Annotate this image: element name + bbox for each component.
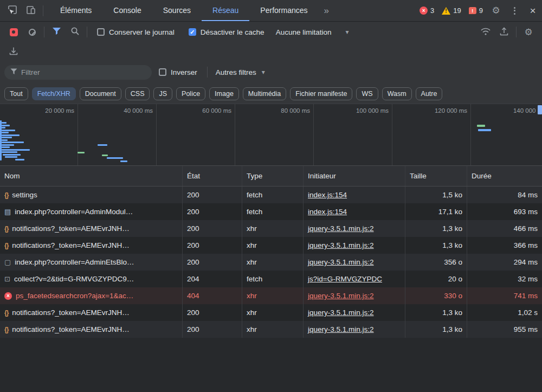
filter-chip-fichier-manifeste[interactable]: Fichier manifeste (290, 87, 352, 100)
preserve-log-checkbox[interactable]: Conserver le journal (97, 28, 175, 36)
filter-chip-js[interactable]: JS (153, 87, 172, 100)
initiator-link[interactable]: jquery-3.5.1.min.js:2 (308, 258, 374, 266)
invert-checkbox[interactable]: Inverser (159, 68, 197, 76)
name-cell: {}notifications?_token=AEMEvrJNH… (0, 304, 183, 321)
filter-chip-document[interactable]: Document (80, 87, 121, 100)
waterfall-bar (78, 152, 85, 153)
name-cell: {}settings (0, 187, 183, 203)
table-row[interactable]: {}notifications?_token=AEMEvrJNH…200xhrj… (0, 237, 542, 254)
tab-console[interactable]: Console (102, 0, 152, 21)
initiator-link[interactable]: jquery-3.5.1.min.js:2 (308, 292, 374, 300)
status-cell: 404 (183, 287, 242, 304)
initiator-link[interactable]: jquery-3.5.1.min.js:2 (308, 241, 374, 249)
device-toolbar-button[interactable] (23, 3, 39, 18)
timeline-overview[interactable]: 20 000 ms40 000 ms60 000 ms80 000 ms100 … (0, 104, 542, 166)
funnel-icon (10, 68, 17, 76)
filter-chip-tout[interactable]: Tout (4, 87, 28, 100)
table-row[interactable]: {}settings200fetchindex.js:1541,5 ko84 m… (0, 187, 542, 203)
table-body: {}settings200fetchindex.js:1541,5 ko84 m… (0, 187, 542, 338)
divider (207, 67, 208, 78)
filter-chip-autre[interactable]: Autre (416, 87, 443, 100)
issues-badge[interactable]: ! 9 (469, 7, 483, 15)
table-row[interactable]: ▢index.php?controller=AdminEtsBlo…200xhr… (0, 254, 542, 271)
column-header-taille[interactable]: Taille (405, 166, 467, 186)
close-devtools-button[interactable]: × (525, 3, 541, 18)
table-row[interactable]: {}notifications?_token=AEMEvrJNH…200xhrj… (0, 304, 542, 321)
filter-chip-image[interactable]: Image (209, 87, 239, 100)
filter-chip-multime-dia[interactable]: Multimédia (243, 87, 286, 100)
table-row[interactable]: ⊡collect?v=2&tid=G-RMVGZYPDC9…204fetchjs… (0, 271, 542, 287)
waterfall-bar (2, 125, 10, 126)
tab-sources[interactable]: Sources (152, 0, 202, 21)
initiator-cell: index.js:154 (304, 187, 405, 203)
filter-chip-police[interactable]: Police (176, 87, 205, 100)
request-name: settings (12, 191, 37, 199)
filter-chip-fetch-xhr[interactable]: Fetch/XHR (32, 87, 76, 100)
record-network-log-button[interactable] (5, 24, 22, 40)
filter-chip-ws[interactable]: WS (356, 87, 378, 100)
waterfall-bar (2, 122, 7, 124)
initiator-link[interactable]: jquery-3.5.1.min.js:2 (308, 325, 374, 333)
column-header-e-tat[interactable]: État (183, 166, 242, 186)
network-settings-button[interactable]: ⚙ (520, 24, 537, 40)
warning-icon (442, 7, 450, 15)
search-button[interactable] (67, 24, 83, 40)
throttling-select[interactable]: Aucune limitation ▾ (276, 28, 349, 36)
time-cell: 466 ms (467, 220, 542, 237)
column-header-initiateur[interactable]: Initiateur (304, 166, 405, 186)
type-cell: xhr (242, 254, 304, 271)
initiator-link[interactable]: jquery-3.5.1.min.js:2 (308, 309, 374, 317)
time-cell: 741 ms (467, 287, 542, 304)
timeline-gridline (78, 104, 78, 165)
filter-chip-css[interactable]: CSS (125, 87, 150, 100)
initiator-link[interactable]: index.js:154 (308, 208, 347, 216)
timeline-tick-label: 120 000 ms (435, 107, 467, 114)
export-har-button[interactable] (496, 24, 512, 40)
download-icon (9, 46, 18, 57)
column-header-type[interactable]: Type (242, 166, 304, 186)
waterfall-bar (2, 137, 12, 138)
kebab-menu-icon (514, 7, 515, 15)
devtools-menu-button[interactable] (506, 3, 522, 18)
inspect-element-button[interactable] (4, 3, 21, 18)
network-toolbar-right: ⚙ (476, 24, 538, 40)
column-header-nom[interactable]: Nom (0, 166, 183, 186)
initiator-link[interactable]: js?id=G-RMVGZYPDC (308, 275, 382, 283)
import-har-button[interactable] (5, 44, 22, 59)
filter-input[interactable] (21, 68, 146, 76)
more-filters-dropdown[interactable]: Autres filtres ▾ (216, 68, 265, 76)
issues-count: 9 (479, 7, 483, 15)
initiator-cell: js?id=G-RMVGZYPDC (304, 271, 405, 287)
more-tabs-button[interactable]: » (319, 0, 334, 21)
column-header-dure-e[interactable]: Durée (467, 166, 542, 186)
filter-row: Inverser Autres filtres ▾ (0, 61, 542, 83)
waterfall-bar (2, 151, 17, 153)
tab-re-seau[interactable]: Réseau (202, 0, 249, 21)
devtools-settings-button[interactable]: ⚙ (488, 3, 504, 18)
divider (87, 27, 87, 37)
time-cell: 1,02 s (467, 304, 542, 321)
devtools-tabs: ÉlémentsConsoleSourcesRéseauPerformances (49, 0, 319, 21)
disable-cache-checkbox[interactable]: ✓ Désactiver le cache (189, 28, 264, 36)
initiator-link[interactable]: jquery-3.5.1.min.js:2 (308, 224, 374, 233)
tab-performances[interactable]: Performances (249, 0, 318, 21)
waterfall-bar (5, 156, 17, 158)
size-cell: 1,3 ko (405, 304, 467, 321)
network-conditions-button[interactable] (478, 24, 494, 40)
type-cell: fetch (242, 203, 304, 220)
errors-badge[interactable]: × 3 (420, 7, 434, 15)
filter-toggle-button[interactable] (48, 24, 64, 40)
filter-chip-wasm[interactable]: Wasm (382, 87, 412, 100)
tab-e-le-ments[interactable]: Éléments (49, 0, 102, 21)
initiator-link[interactable]: index.js:154 (308, 191, 347, 199)
device-toolbar-icon (25, 4, 36, 17)
warnings-badge[interactable]: 19 (442, 7, 461, 15)
inspect-cursor-icon (7, 4, 18, 17)
table-row[interactable]: {}notifications?_token=AEMEvrJNH…200xhrj… (0, 321, 542, 338)
table-row[interactable]: ×ps_facetedsearchcron?ajax=1&ac…404xhrjq… (0, 287, 542, 304)
clear-network-log-button[interactable] (24, 24, 40, 40)
request-name: notifications?_token=AEMEvrJNH… (12, 325, 129, 333)
table-row[interactable]: {}notifications?_token=AEMEvrJNH…200xhrj… (0, 220, 542, 237)
filter-input-wrap[interactable] (4, 65, 152, 80)
table-row[interactable]: ▤index.php?controller=AdminModul…200fetc… (0, 203, 542, 220)
